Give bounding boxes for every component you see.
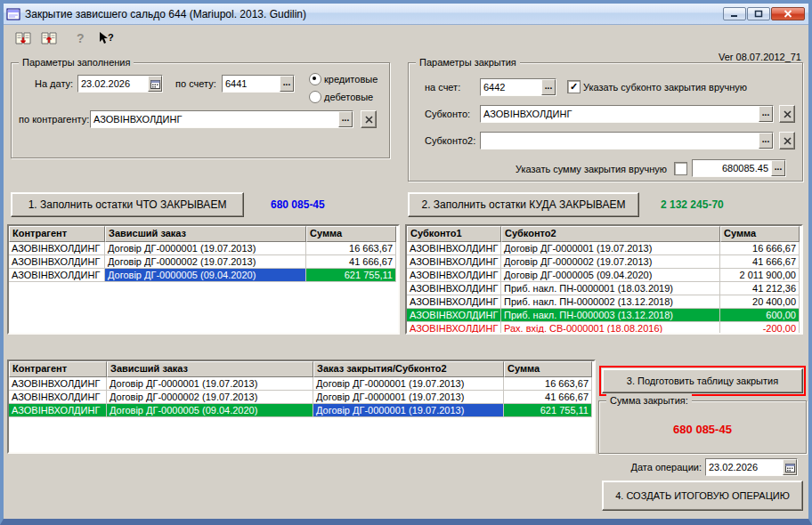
account-from-picker-button[interactable]: [280, 76, 294, 92]
table-cell[interactable]: Договір ДГ-0000002 (19.07.2013): [105, 255, 306, 269]
maximize-button[interactable]: [747, 7, 770, 20]
table-cell[interactable]: Договір ДГ-0000001 (19.07.2013): [107, 377, 313, 391]
table-cell[interactable]: АЗОВІНВХОЛДИНГ: [9, 377, 107, 391]
table-cell[interactable]: АЗОВІНВХОЛДИНГ: [407, 269, 501, 282]
table-row[interactable]: АЗОВІНВХОЛДИНГПриб. накл. ПН-0000003 (13…: [407, 309, 801, 322]
table-cell[interactable]: Договір ДГ-0000001 (19.07.2013): [313, 391, 504, 404]
table-cell[interactable]: 41 666,67: [720, 255, 800, 269]
table-cell[interactable]: АЗОВІНВХОЛДИНГ: [407, 242, 501, 255]
create-operation-button[interactable]: 4. СОЗДАТЬ ИТОГОВУЮ ОПЕРАЦИЮ: [602, 481, 803, 511]
table-cell[interactable]: АЗОВІНВХОЛДИНГ: [407, 322, 501, 335]
column-header[interactable]: Субконто2: [501, 226, 720, 242]
table-cell[interactable]: Договір ДГ-0000001 (19.07.2013): [105, 242, 306, 255]
credit-radio[interactable]: [309, 73, 321, 85]
table-cell[interactable]: 20 400,00: [720, 295, 800, 309]
fill-where-button[interactable]: 2. Заполнить остатки КУДА ЗАКРЫВАЕМ: [408, 192, 639, 217]
context-help-icon[interactable]: ?: [95, 28, 117, 49]
calendar-button[interactable]: [148, 76, 162, 92]
table-cell[interactable]: -200,00: [720, 322, 800, 335]
manual-sum-input[interactable]: [693, 160, 771, 176]
manual-subconto-checkbox[interactable]: [567, 80, 581, 93]
table-cell[interactable]: Договір ДГ-0000001 (19.07.2013): [313, 404, 504, 417]
subconto2-picker-button[interactable]: [759, 133, 773, 149]
column-header[interactable]: Сумма: [720, 226, 800, 242]
debit-radio[interactable]: [309, 91, 321, 103]
table-cell[interactable]: 621 755,11: [504, 404, 592, 417]
column-header[interactable]: Контрагент: [9, 226, 105, 242]
manual-sum-checkbox[interactable]: [674, 162, 687, 175]
column-header[interactable]: Сумма: [306, 226, 396, 242]
column-header[interactable]: Сумма: [504, 361, 592, 377]
table-cell[interactable]: 16 666,67: [720, 242, 800, 255]
table-cell[interactable]: Договір ДГ-0000001 (19.07.2013): [313, 377, 504, 391]
contractor-clear-button[interactable]: [361, 110, 377, 128]
ledger-arrow-up-icon[interactable]: [38, 28, 60, 49]
table-cell[interactable]: 41 666,67: [504, 391, 592, 404]
table-cell[interactable]: АЗОВІНВХОЛДИНГ: [9, 391, 107, 404]
table-cell[interactable]: Договір ДГ-0000005 (09.04.2020): [107, 404, 313, 417]
table-cell[interactable]: 16 663,67: [306, 242, 396, 255]
column-header[interactable]: Зависший заказ: [105, 226, 306, 242]
table-cell[interactable]: АЗОВІНВХОЛДИНГ: [407, 295, 501, 309]
table-cell[interactable]: 2 011 900,00: [720, 269, 800, 282]
table-cell[interactable]: Договір ДГ-0000002 (19.07.2013): [501, 255, 720, 269]
table-cell[interactable]: 41 666,67: [306, 255, 396, 269]
minimize-button[interactable]: [723, 7, 746, 20]
operation-date-calendar-button[interactable]: [783, 459, 797, 475]
contractor-picker-button[interactable]: [338, 111, 353, 127]
account-from-input[interactable]: [223, 76, 280, 92]
contractor-input[interactable]: [91, 111, 338, 127]
manual-sum-picker-button[interactable]: [771, 160, 785, 176]
table-row[interactable]: АЗОВІНВХОЛДИНГДоговір ДГ-0000001 (19.07.…: [9, 242, 398, 255]
table-cell[interactable]: Договір ДГ-0000001 (19.07.2013): [501, 242, 720, 255]
table-row[interactable]: АЗОВІНВХОЛДИНГРах. вхід. СВ-0000001 (18.…: [407, 322, 801, 335]
table-cell[interactable]: Приб. накл. ПН-0000001 (18.03.2019): [501, 282, 720, 295]
table-row[interactable]: АЗОВІНВХОЛДИНГДоговір ДГ-0000005 (09.04.…: [9, 404, 594, 417]
app-icon[interactable]: [6, 8, 20, 20]
table-cell[interactable]: 621 755,11: [306, 269, 396, 282]
table-row[interactable]: АЗОВІНВХОЛДИНГДоговір ДГ-0000002 (19.07.…: [9, 255, 398, 269]
table-cell[interactable]: АЗОВІНВХОЛДИНГ: [407, 255, 501, 269]
date-input[interactable]: [78, 76, 148, 92]
close-button[interactable]: [771, 7, 805, 20]
column-header[interactable]: Контрагент: [9, 361, 107, 377]
table-cell[interactable]: АЗОВІНВХОЛДИНГ: [9, 255, 105, 269]
fill-what-button[interactable]: 1. Заполнить остатки ЧТО ЗАКРЫВАЕМ: [11, 192, 244, 217]
table-row[interactable]: АЗОВІНВХОЛДИНГДоговір ДГ-0000005 (09.04.…: [9, 269, 398, 282]
subconto2-input[interactable]: [481, 133, 759, 149]
prepare-closing-button[interactable]: 3. Подготовить таблицу закрытия: [602, 368, 803, 393]
table-row[interactable]: АЗОВІНВХОЛДИНГДоговір ДГ-0000002 (19.07.…: [9, 391, 594, 404]
table-cell[interactable]: Приб. накл. ПН-0000002 (13.12.2018): [501, 295, 720, 309]
table-cell[interactable]: 16 663,67: [504, 377, 592, 391]
table-cell[interactable]: Рах. вхід. СВ-0000001 (18.08.2016): [501, 322, 720, 335]
table-cell[interactable]: АЗОВІНВХОЛДИНГ: [9, 269, 105, 282]
table-cell[interactable]: Приб. накл. ПН-0000003 (13.12.2018): [501, 309, 720, 322]
help-icon[interactable]: ?: [69, 28, 91, 49]
table-cell[interactable]: Договір ДГ-0000002 (19.07.2013): [107, 391, 313, 404]
subconto-picker-button[interactable]: [759, 106, 773, 122]
table-cell[interactable]: АЗОВІНВХОЛДИНГ: [407, 282, 501, 295]
table-cell[interactable]: 600,00: [720, 309, 800, 322]
table-row[interactable]: АЗОВІНВХОЛДИНГДоговір ДГ-0000002 (19.07.…: [407, 255, 801, 269]
table-cell[interactable]: АЗОВІНВХОЛДИНГ: [9, 404, 107, 417]
operation-date-input[interactable]: [706, 459, 783, 475]
table-cell[interactable]: Договір ДГ-0000005 (09.04.2020): [105, 269, 306, 282]
table-row[interactable]: АЗОВІНВХОЛДИНГДоговір ДГ-0000001 (19.07.…: [407, 242, 801, 255]
subconto-clear-button[interactable]: [779, 105, 795, 123]
table-cell[interactable]: АЗОВІНВХОЛДИНГ: [407, 309, 501, 322]
table-row[interactable]: АЗОВІНВХОЛДИНГДоговір ДГ-0000005 (09.04.…: [407, 269, 801, 282]
account-to-input[interactable]: [481, 79, 541, 95]
column-header[interactable]: Зависший заказ: [107, 361, 313, 377]
column-header[interactable]: Субконто1: [407, 226, 501, 242]
ledger-arrow-down-icon[interactable]: [12, 28, 34, 49]
account-to-picker-button[interactable]: [541, 79, 556, 95]
table-cell[interactable]: Договір ДГ-0000005 (09.04.2020): [501, 269, 720, 282]
table-row[interactable]: АЗОВІНВХОЛДИНГПриб. накл. ПН-0000001 (18…: [407, 282, 801, 295]
column-header[interactable]: Заказ закрытия/Субконто2: [313, 361, 504, 377]
table-cell[interactable]: 41 212,36: [720, 282, 800, 295]
table-row[interactable]: АЗОВІНВХОЛДИНГДоговір ДГ-0000001 (19.07.…: [9, 377, 594, 391]
subconto-input[interactable]: [481, 106, 759, 122]
table-row[interactable]: АЗОВІНВХОЛДИНГПриб. накл. ПН-0000002 (13…: [407, 295, 801, 309]
table-cell[interactable]: АЗОВІНВХОЛДИНГ: [9, 242, 105, 255]
subconto2-clear-button[interactable]: [779, 132, 795, 149]
